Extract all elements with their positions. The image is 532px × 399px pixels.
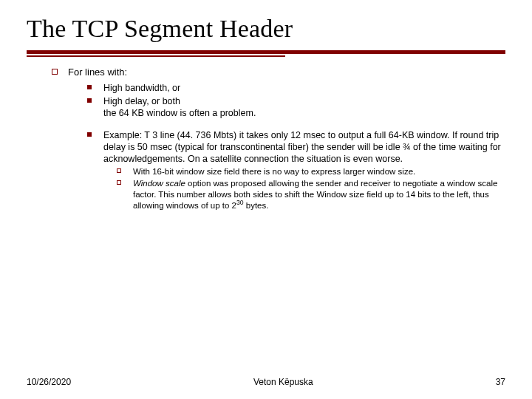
- emphasis-term: Window scale: [133, 179, 185, 188]
- lvl1-text: For lines with:: [68, 66, 127, 78]
- title-rule: [27, 50, 505, 56]
- lvl2-text: High bandwidth, or: [103, 83, 180, 93]
- lvl2-item: Example: T 3 line (44. 736 Mbts) it take…: [84, 129, 505, 211]
- filled-square-bullet-icon: [87, 132, 92, 137]
- lvl2-text: High delay, or both: [103, 96, 180, 106]
- filled-square-bullet-icon: [87, 98, 92, 103]
- lvl2-item: High bandwidth, or: [84, 82, 505, 94]
- hollow-square-bullet-icon: [52, 69, 58, 75]
- lvl2-item: High delay, or both the 64 KB window is …: [84, 95, 505, 119]
- lvl2-text: Example: T 3 line (44. 736 Mbts) it take…: [103, 130, 501, 164]
- lvl3-text: Window scale option was proposed allowin…: [133, 179, 497, 209]
- hollow-square-bullet-icon: [117, 168, 121, 173]
- footer-page-number: 37: [496, 377, 505, 387]
- hollow-square-bullet-icon: [117, 180, 121, 185]
- filled-square-bullet-icon: [87, 85, 92, 89]
- spacer: [84, 120, 505, 128]
- footer-author: Veton Këpuska: [253, 377, 313, 387]
- slide-footer: 10/26/2020 Veton Këpuska 37: [0, 377, 532, 387]
- slide: The TCP Segment Header For lines with: H…: [0, 0, 532, 399]
- lvl1-item: For lines with: High bandwidth, or High …: [52, 66, 505, 211]
- lvl3-text: With 16-bit window size field there is n…: [133, 167, 415, 176]
- lvl3-item: Window scale option was proposed allowin…: [114, 178, 505, 211]
- lvl2-text-cont: the 64 KB window is often a problem.: [103, 108, 256, 118]
- footer-date: 10/26/2020: [27, 377, 71, 387]
- slide-body: For lines with: High bandwidth, or High …: [0, 56, 532, 211]
- lvl3-item: With 16-bit window size field there is n…: [114, 166, 505, 177]
- slide-title: The TCP Segment Header: [0, 0, 532, 47]
